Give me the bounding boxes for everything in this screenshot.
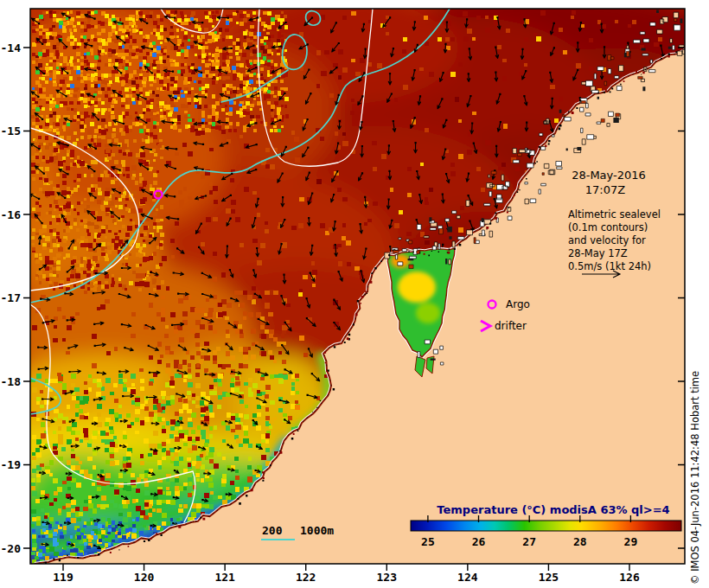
x-tick-label: 124 [457,571,478,584]
y-tick-label: -15 [1,125,21,137]
x-tick-label: 120 [134,571,155,584]
depth-200-label: 200 [262,524,283,537]
y-tick-label: -16 [1,208,22,221]
y-tick-label: -17 [1,291,21,304]
x-tick-label: 126 [619,571,640,584]
colorbar-tick-label: 27 [522,535,536,548]
drifter-legend-label: drifter [495,320,527,332]
credit-text: © IMOS 04-Jun-2016 11:42:48 Hobart time [689,371,701,585]
colorbar-tick-label: 25 [421,535,435,548]
sst-map-figure: 119120121122123124125126-14-15-16-17-18-… [0,0,709,588]
datetime-line1: 28-May-2016 [572,169,646,182]
datetime-line2: 17:07Z [585,183,625,196]
argo-legend-label: Argo [506,298,530,310]
x-tick-label: 125 [539,571,559,584]
x-tick-label: 121 [214,571,235,584]
y-tick-label: -20 [1,542,22,555]
colorbar-tick-label: 28 [573,535,587,548]
sst-map-canvas: 119120121122123124125126-14-15-16-17-18-… [0,0,709,588]
colorbar [411,521,681,531]
y-tick-label: -18 [1,375,22,388]
depth-1000-label: 1000m [300,524,334,537]
colorbar-tick-label: 29 [624,535,638,548]
colorbar-tick-label: 26 [472,535,486,548]
x-tick-label: 119 [53,571,73,584]
x-tick-label: 123 [377,571,397,584]
y-tick-label: -14 [1,42,22,54]
y-tick-label: -19 [1,458,21,471]
x-tick-label: 122 [296,571,316,584]
colorbar-title: Temperature (°C) modisA 63% ql>=4 [437,503,669,516]
